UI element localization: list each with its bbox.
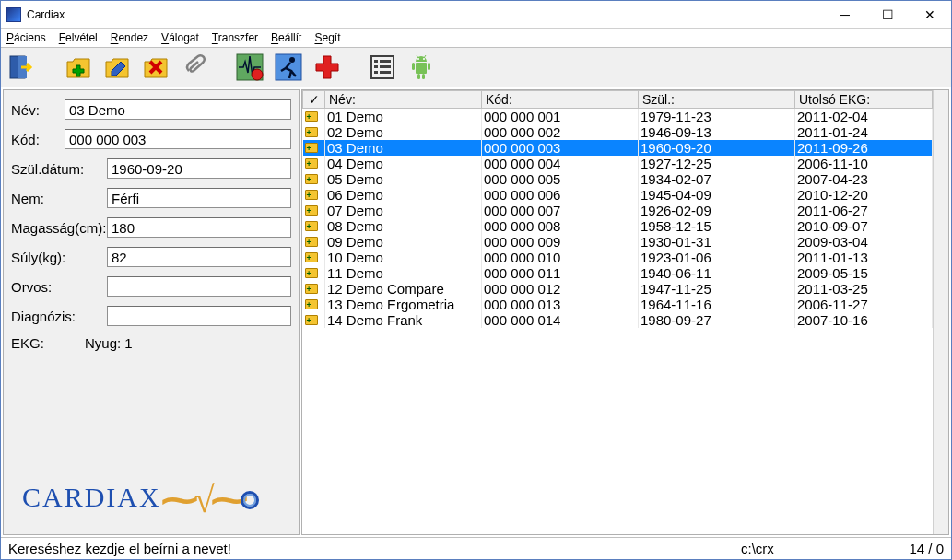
doctor-field[interactable]: [107, 276, 291, 297]
cell-last: 2006-11-10: [795, 156, 933, 171]
dob-field[interactable]: [107, 158, 291, 179]
table-row[interactable]: 10 Demo000 000 0101923-01-062011-01-13: [303, 250, 933, 265]
name-field[interactable]: [65, 99, 291, 120]
svg-rect-13: [416, 63, 427, 74]
code-field[interactable]: [65, 129, 291, 149]
toolbar: [1, 47, 951, 88]
table-row[interactable]: 12 Demo Compare000 000 0121947-11-252011…: [303, 281, 933, 297]
svg-point-3: [252, 69, 263, 80]
svg-rect-8: [380, 60, 391, 63]
svg-rect-11: [374, 71, 378, 74]
folder-icon: [305, 299, 318, 309]
ergometry-button[interactable]: [272, 51, 305, 84]
table-row[interactable]: 02 Demo000 000 0021946-09-132011-01-24: [303, 124, 933, 140]
cell-code: 000 000 011: [482, 265, 639, 281]
col-name[interactable]: Név:: [325, 91, 482, 109]
col-check[interactable]: ✓: [303, 91, 325, 109]
close-button[interactable]: ✕: [909, 1, 951, 29]
cell-dob: 1979-11-23: [639, 109, 795, 125]
menu-segit[interactable]: Segít: [314, 31, 340, 44]
col-last[interactable]: Utolsó EKG:: [795, 91, 933, 109]
table-row[interactable]: 07 Demo000 000 0071926-02-092011-06-27: [303, 203, 933, 218]
list-form-button[interactable]: [366, 51, 399, 84]
table-row[interactable]: 13 Demo Ergometria000 000 0131964-11-162…: [303, 297, 933, 312]
cell-name: 13 Demo Ergometria: [325, 297, 482, 312]
minimize-button[interactable]: ─: [824, 1, 866, 29]
cell-last: 2011-09-26: [795, 140, 933, 156]
table-row[interactable]: 11 Demo000 000 0111940-06-112009-05-15: [303, 265, 933, 281]
menu-valogat[interactable]: Válogat: [161, 31, 199, 44]
sex-field[interactable]: [107, 188, 291, 208]
cell-name: 06 Demo: [325, 187, 482, 203]
edit-patient-button[interactable]: [100, 51, 134, 84]
col-dob[interactable]: Szül.:: [639, 91, 795, 109]
table-row[interactable]: 09 Demo000 000 0091930-01-312009-03-04: [303, 234, 933, 250]
table-header-row[interactable]: ✓ Név: Kód: Szül.: Utolsó EKG:: [303, 91, 933, 109]
table-row[interactable]: 04 Demo000 000 0041927-12-252006-11-10: [303, 156, 933, 171]
app-icon: [6, 7, 21, 22]
menu-beallit[interactable]: Beállít: [271, 31, 301, 44]
cell-last: 2009-05-15: [795, 265, 933, 281]
svg-point-15: [423, 58, 425, 60]
cell-last: 2007-10-16: [795, 312, 933, 328]
table-row[interactable]: 03 Demo000 000 0031960-09-202011-09-26: [303, 140, 933, 156]
folder-icon: [305, 174, 318, 184]
table-row[interactable]: 06 Demo000 000 0061945-04-092010-12-20: [303, 187, 933, 203]
logo: CARDIAX⁓√⁓: [22, 478, 259, 521]
delete-patient-button[interactable]: [139, 51, 172, 84]
folder-icon: [305, 268, 318, 278]
cell-name: 02 Demo: [325, 124, 482, 140]
height-field[interactable]: [107, 217, 291, 238]
cell-dob: 1947-11-25: [639, 281, 795, 297]
cell-last: 2009-03-04: [795, 234, 933, 250]
medical-button[interactable]: [311, 51, 344, 84]
new-patient-button[interactable]: [62, 51, 95, 84]
cell-code: 000 000 009: [482, 234, 639, 250]
cell-last: 2010-09-07: [795, 218, 933, 234]
table-row[interactable]: 05 Demo000 000 0051934-02-072007-04-23: [303, 171, 933, 187]
vertical-scrollbar[interactable]: [933, 90, 948, 534]
cell-code: 000 000 008: [482, 218, 639, 234]
cell-code: 000 000 006: [482, 187, 639, 203]
cell-code: 000 000 012: [482, 281, 639, 297]
menu-paciens[interactable]: Páciens: [6, 31, 46, 44]
diag-field[interactable]: [107, 306, 291, 326]
patient-list-panel: ✓ Név: Kód: Szül.: Utolsó EKG: 01 Demo00…: [301, 89, 949, 535]
folder-icon: [305, 111, 318, 122]
ekg-value: Nyug: 1: [85, 335, 133, 351]
android-button[interactable]: [405, 51, 438, 84]
maximize-button[interactable]: ☐: [866, 1, 909, 29]
cell-dob: 1930-01-31: [639, 234, 795, 250]
folder-icon: [305, 158, 318, 169]
folder-icon: [305, 205, 318, 216]
table-row[interactable]: 08 Demo000 000 0081958-12-152010-09-07: [303, 218, 933, 234]
status-path: c:\crx: [741, 541, 870, 556]
cell-dob: 1945-04-09: [639, 187, 795, 203]
cell-code: 000 000 003: [482, 140, 639, 156]
menu-transzfer[interactable]: Transzfer: [212, 31, 258, 44]
table-row[interactable]: 14 Demo Frank000 000 0141980-09-272007-1…: [303, 312, 933, 328]
cell-name: 12 Demo Compare: [325, 281, 482, 297]
cell-dob: 1934-02-07: [639, 171, 795, 187]
cell-name: 08 Demo: [325, 218, 482, 234]
svg-rect-17: [428, 63, 430, 70]
cell-code: 000 000 010: [482, 250, 639, 265]
patient-table[interactable]: ✓ Név: Kód: Szül.: Utolsó EKG: 01 Demo00…: [302, 90, 933, 534]
col-code[interactable]: Kód:: [482, 91, 639, 109]
label-height: Magasság(cm):: [11, 220, 107, 236]
menu-felvetel[interactable]: Felvétel: [59, 31, 98, 44]
label-sex: Nem:: [11, 191, 107, 206]
folder-icon: [305, 127, 318, 137]
exit-button[interactable]: [6, 51, 40, 84]
record-ekg-button[interactable]: [233, 51, 266, 84]
table-row[interactable]: 01 Demo000 000 0011979-11-232011-02-04: [303, 109, 933, 125]
cell-name: 14 Demo Frank: [325, 312, 482, 328]
menu-rendez[interactable]: Rendez: [111, 31, 148, 44]
cell-code: 000 000 004: [482, 156, 639, 171]
cell-dob: 1980-09-27: [639, 312, 795, 328]
label-dob: Szül.dátum:: [11, 161, 107, 177]
attach-button[interactable]: [178, 51, 211, 84]
cell-last: 2006-11-27: [795, 297, 933, 312]
content-area: Név: Kód: Szül.dátum: Nem: Magasság(cm):…: [1, 88, 951, 537]
weight-field[interactable]: [107, 247, 291, 267]
